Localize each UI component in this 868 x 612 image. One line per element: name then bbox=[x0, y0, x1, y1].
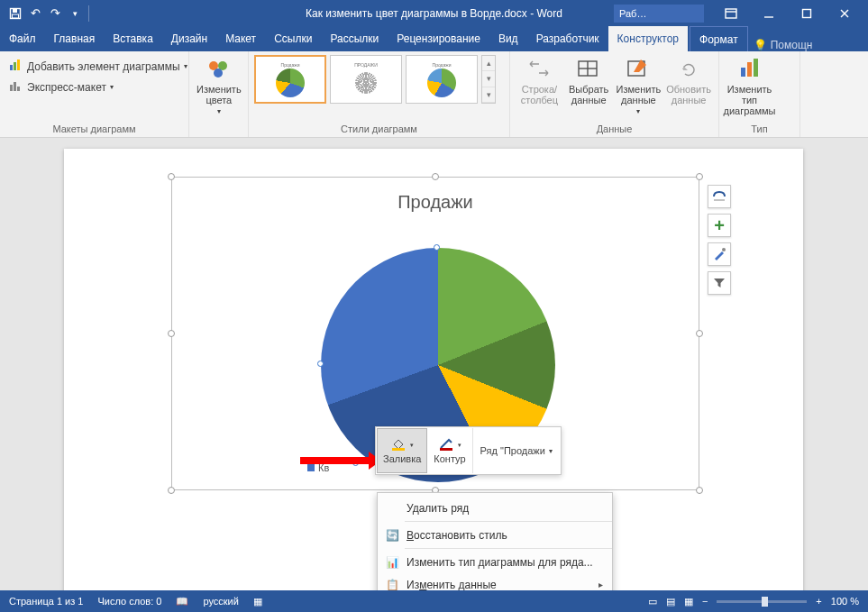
resize-handle-n[interactable] bbox=[432, 173, 439, 180]
tab-references[interactable]: Ссылки bbox=[265, 26, 321, 51]
tab-insert[interactable]: Вставка bbox=[104, 26, 162, 51]
view-print-layout-icon[interactable]: ▤ bbox=[666, 596, 675, 607]
ctx-change-type[interactable]: 📊Изменить тип диаграммы для ряда... bbox=[378, 551, 612, 573]
legend-swatch bbox=[307, 464, 315, 471]
series-selector[interactable]: Ряд "Продажи ▾ bbox=[472, 428, 560, 473]
svg-rect-14 bbox=[17, 87, 20, 91]
change-chart-type-button[interactable]: Изменить тип диаграммы bbox=[725, 55, 774, 116]
svg-rect-23 bbox=[747, 62, 752, 77]
tab-file[interactable]: Файл bbox=[0, 26, 45, 51]
fill-button[interactable]: ▾ Заливка bbox=[377, 428, 427, 473]
resize-handle-se[interactable] bbox=[696, 487, 703, 494]
chart-type-icon bbox=[737, 57, 763, 82]
select-data-button[interactable]: Выбрать данные bbox=[565, 55, 613, 105]
zoom-out-icon[interactable]: − bbox=[702, 596, 708, 607]
tell-me-box[interactable]: 💡Помощн bbox=[754, 39, 813, 51]
mini-toolbar: ▾ Заливка ▾ Контур Ряд "Продажи ▾ bbox=[375, 426, 562, 475]
save-icon[interactable] bbox=[5, 4, 25, 23]
fill-icon bbox=[390, 437, 407, 453]
switch-row-column-button[interactable]: Строка/ столбец bbox=[516, 55, 563, 105]
title-bar: ↶ ↷ ▾ Как изменить цвет диаграммы в Ворд… bbox=[0, 0, 868, 26]
refresh-data-button[interactable]: Обновить данные bbox=[664, 55, 713, 105]
macro-icon[interactable]: ▦ bbox=[253, 596, 262, 607]
close-icon[interactable] bbox=[827, 0, 863, 26]
chart-style-2[interactable]: ПРОДАЖИ bbox=[330, 55, 402, 104]
svg-point-26 bbox=[722, 248, 726, 251]
ribbon-options-icon[interactable] bbox=[713, 0, 749, 26]
word-count[interactable]: Число слов: 0 bbox=[97, 596, 161, 607]
outline-icon bbox=[438, 437, 454, 453]
ctx-reset-style[interactable]: 🔄Восстановить стиль bbox=[378, 524, 612, 546]
change-colors-icon bbox=[206, 57, 232, 82]
resize-handle-sw[interactable] bbox=[168, 487, 175, 494]
zoom-level[interactable]: 100 % bbox=[831, 596, 859, 607]
series-handle[interactable] bbox=[434, 244, 440, 251]
ctx-delete-series[interactable]: Удалить ряд bbox=[378, 497, 612, 519]
view-read-mode-icon[interactable]: ▭ bbox=[648, 596, 657, 607]
svg-rect-10 bbox=[14, 62, 16, 70]
qat-customize-icon[interactable]: ▾ bbox=[65, 4, 85, 23]
tab-review[interactable]: Рецензирование bbox=[388, 26, 489, 51]
document-title: Как изменить цвет диаграммы в Ворде.docx… bbox=[306, 7, 562, 20]
svg-rect-12 bbox=[10, 85, 13, 91]
outline-button[interactable]: ▾ Контур bbox=[427, 428, 471, 473]
group-label-styles: Стили диаграмм bbox=[249, 123, 509, 137]
annotation-arrow bbox=[300, 457, 370, 464]
ctx-edit-data[interactable]: 📋Изменить данные▸ bbox=[378, 573, 612, 590]
refresh-icon bbox=[676, 57, 701, 82]
maximize-icon[interactable] bbox=[789, 0, 825, 26]
reset-icon: 🔄 bbox=[385, 529, 399, 542]
edit-data-icon bbox=[626, 57, 651, 82]
svg-rect-24 bbox=[754, 59, 758, 77]
chart-layout-options-icon[interactable] bbox=[708, 185, 731, 208]
undo-icon[interactable]: ↶ bbox=[25, 4, 45, 23]
tab-design[interactable]: Дизайн bbox=[162, 26, 216, 51]
quick-layout-icon bbox=[9, 79, 23, 95]
chart-elements-icon[interactable]: + bbox=[708, 214, 731, 237]
chart-type-icon: 📊 bbox=[385, 556, 399, 569]
chart-element-icon bbox=[9, 59, 23, 74]
add-chart-element-button[interactable]: Добавить элемент диаграммы▾ bbox=[5, 57, 191, 76]
separator bbox=[88, 5, 89, 22]
edit-data-button[interactable]: Изменить данные▾ bbox=[615, 55, 663, 115]
minimize-icon[interactable] bbox=[751, 0, 787, 26]
tab-chart-format[interactable]: Формат bbox=[690, 26, 748, 51]
svg-rect-6 bbox=[803, 9, 811, 17]
resize-handle-w[interactable] bbox=[168, 330, 175, 337]
user-account-box[interactable]: Раб… bbox=[614, 5, 704, 23]
page-indicator[interactable]: Страница 1 из 1 bbox=[9, 596, 83, 607]
resize-handle-nw[interactable] bbox=[168, 173, 175, 180]
tab-chart-design[interactable]: Конструктор bbox=[608, 26, 688, 51]
zoom-slider[interactable] bbox=[717, 600, 807, 603]
tab-mailings[interactable]: Рассылки bbox=[321, 26, 388, 51]
tab-layout[interactable]: Макет bbox=[216, 26, 265, 51]
lightbulb-icon: 💡 bbox=[754, 39, 767, 51]
resize-handle-ne[interactable] bbox=[696, 173, 703, 180]
gallery-scroll[interactable]: ▴▾▾ bbox=[481, 55, 496, 104]
quick-layout-button[interactable]: Экспресс-макет▾ bbox=[5, 78, 117, 96]
series-handle[interactable] bbox=[317, 361, 324, 367]
resize-handle-e[interactable] bbox=[696, 330, 703, 337]
chart-styles-icon[interactable] bbox=[708, 242, 731, 266]
chart-title[interactable]: Продажи bbox=[172, 192, 699, 213]
proofing-icon[interactable]: 📖 bbox=[176, 596, 188, 607]
tab-home[interactable]: Главная bbox=[45, 26, 105, 51]
document-area[interactable]: Продажи Кв + ▾ Заливка ▾ Конт bbox=[0, 138, 868, 590]
change-colors-button[interactable]: Изменить цвета▾ bbox=[195, 55, 243, 115]
zoom-in-icon[interactable]: + bbox=[816, 596, 821, 607]
context-menu: Удалить ряд 🔄Восстановить стиль 📊Изменит… bbox=[377, 492, 613, 590]
status-bar: Страница 1 из 1 Число слов: 0 📖 русский … bbox=[0, 590, 868, 612]
chart-style-3[interactable]: Продажи bbox=[406, 55, 478, 104]
tab-view[interactable]: Вид bbox=[489, 26, 527, 51]
chart-style-1[interactable]: Продажи bbox=[254, 55, 326, 104]
chart-filters-icon[interactable] bbox=[708, 271, 731, 295]
redo-icon[interactable]: ↷ bbox=[45, 4, 65, 23]
language-indicator[interactable]: русский bbox=[203, 596, 238, 607]
view-web-layout-icon[interactable]: ▦ bbox=[684, 596, 693, 607]
svg-rect-27 bbox=[392, 448, 405, 451]
svg-point-17 bbox=[214, 69, 223, 78]
tab-developer[interactable]: Разработчик bbox=[527, 26, 608, 51]
chart-styles-gallery[interactable]: Продажи ПРОДАЖИ Продажи ▴▾▾ bbox=[254, 55, 496, 104]
svg-rect-13 bbox=[14, 82, 16, 91]
svg-rect-22 bbox=[741, 68, 745, 77]
